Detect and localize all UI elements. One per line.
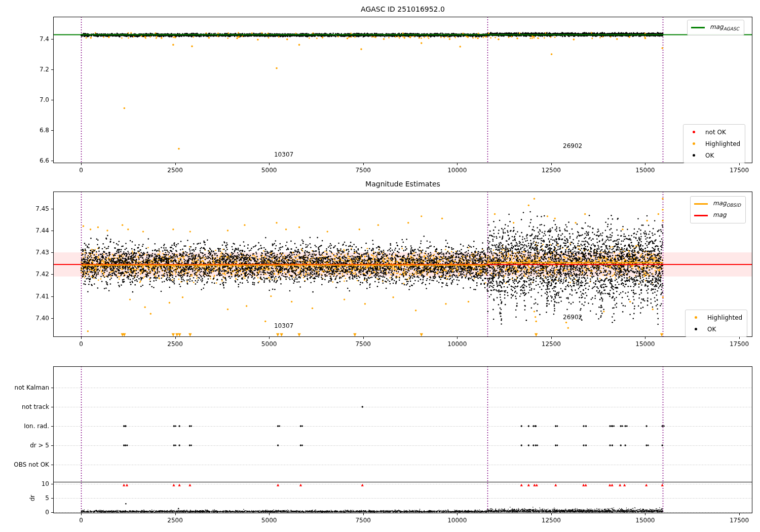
highlighted-marker-swatch-2 [695,316,697,319]
obsid-label-26902-plot1: 26902 [563,142,582,149]
plot3-x-tick-label: 5000 [261,517,277,524]
dr-axis-label: dr [29,495,36,502]
figure-canvas [0,0,760,532]
legend-entry-ok: OK [687,150,740,160]
plot1-y-tick-label: 6.8 [40,127,49,134]
legend-entry-not-ok: not OK [687,127,740,137]
mag-obsid-label-sub: OBSID [727,203,741,208]
plot1-x-tick-label: 2500 [167,167,183,174]
ok-marker-swatch [693,154,695,157]
plot2-x-tick-label: 15000 [635,340,655,348]
not-ok-label: not OK [705,129,726,136]
plot2-x-tick-label: 7500 [355,340,371,348]
highlighted-marker-swatch [693,142,695,145]
obsid-label-10307-plot2: 10307 [274,322,293,329]
plot2-x-tick-label: 10000 [447,340,467,348]
legend-entry-highlighted-2: Highlighted [689,313,742,322]
plot3-x-tick-label: 12500 [542,517,561,524]
figure: AGASC ID 251016952.0 Magnitude Estimates… [0,0,760,532]
plot2-y-tick-label: 7.40 [35,315,49,322]
legend-entry-mag-obsid: magOBSID [694,199,741,209]
plot2-line-legend: magOBSID mag [690,196,746,223]
plot2-x-tick-label: 12500 [542,340,561,348]
flag-category-label: Ion. rad. [24,423,49,430]
plot2-title: Magnitude Estimates [365,180,440,188]
highlighted-label: Highlighted [705,140,740,147]
plot1-title: AGASC ID 251016952.0 [361,5,445,13]
mag-obsid-label-main: mag [713,200,727,207]
mag-agasc-label-sub: AGASC [724,26,739,31]
obsid-label-26902-plot2: 26902 [563,314,582,321]
mag-line-swatch [694,215,708,216]
obsid-label-10307-plot1: 10307 [274,151,293,158]
ok-label: OK [705,152,714,159]
flag-category-label: not Kalman [15,384,49,391]
ok-marker-swatch-2 [695,328,697,330]
plot3-x-tick-label: 15000 [635,517,655,524]
plot1-y-tick-label: 6.6 [40,157,49,164]
not-ok-marker-swatch [693,131,695,133]
plot1-x-tick-label: 0 [79,167,83,174]
plot1-x-tick-label: 15000 [635,167,655,174]
plot3-x-tick-label: 0 [79,517,83,524]
plot1-y-tick-label: 7.4 [40,35,49,43]
legend-entry-highlighted: Highlighted [687,139,740,148]
dr-tick-label: 0 [45,509,49,516]
plot2-y-tick-label: 7.44 [35,227,49,234]
highlighted-label-2: Highlighted [707,314,742,321]
plot1-y-tick-label: 7.0 [40,96,49,103]
mag-label-main: mag [713,211,727,218]
plot2-y-tick-label: 7.41 [35,293,49,300]
plot3-x-tick-label: 17500 [730,517,749,524]
plot1-y-tick-label: 7.2 [40,66,49,73]
plot2-x-tick-label: 2500 [167,340,183,348]
flag-category-label: OBS not OK [14,461,49,468]
plot3-x-tick-label: 7500 [355,517,371,524]
plot1-x-tick-label: 17500 [730,167,749,174]
mag-agasc-label-main: mag [710,23,724,30]
mag-obsid-line-swatch [694,203,708,205]
dr-tick-label: 10 [42,480,49,487]
legend-entry-mag-agasc: magAGASC [691,23,739,32]
plot2-y-tick-label: 7.43 [35,249,49,256]
plot3-x-tick-label: 10000 [447,517,467,524]
flag-category-label: not track [22,403,49,410]
flag-category-label: dr > 5 [30,442,49,449]
plot3-x-tick-label: 2500 [167,517,183,524]
plot1-x-tick-label: 7500 [355,167,371,174]
mag-label: mag [713,212,727,219]
ok-label-2: OK [707,326,716,333]
plot1-x-tick-label: 5000 [261,167,277,174]
legend-entry-mag: mag [694,211,741,220]
plot1-marker-legend: not OK Highlighted OK [683,124,745,163]
plot2-x-tick-label: 5000 [261,340,277,348]
plot2-x-tick-label: 17500 [730,340,749,348]
mag-agasc-label: magAGASC [710,24,739,31]
plot1-line-legend: magAGASC [687,20,744,35]
mag-obsid-label: magOBSID [713,200,741,208]
plot2-y-tick-label: 7.42 [35,271,49,278]
plot2-marker-legend: Highlighted OK [685,310,747,337]
dr-tick-label: 5 [45,495,49,502]
mag-agasc-line-swatch [691,27,705,28]
plot1-x-tick-label: 10000 [447,167,467,174]
plot2-y-tick-label: 7.45 [35,205,49,212]
legend-entry-ok-2: OK [689,324,742,334]
plot1-x-tick-label: 12500 [542,167,561,174]
plot2-x-tick-label: 0 [79,340,83,348]
